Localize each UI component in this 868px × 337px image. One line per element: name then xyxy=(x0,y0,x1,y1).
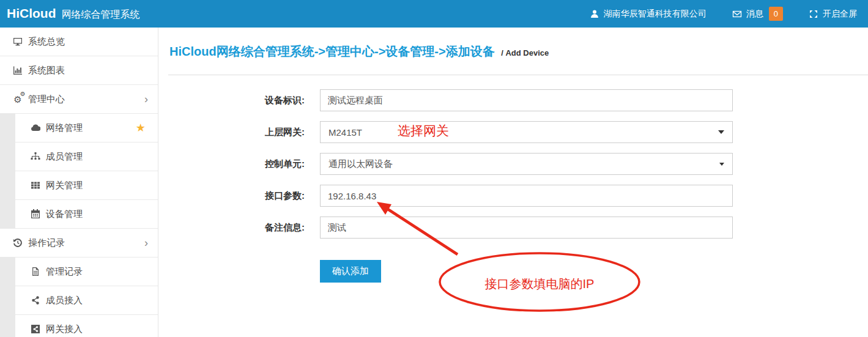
form-row-interface-params: 接口参数: xyxy=(158,185,733,207)
confirm-add-button[interactable]: 确认添加 xyxy=(320,260,381,283)
share-square-icon xyxy=(30,324,41,335)
control-unit-label: 控制单元: xyxy=(158,158,305,170)
fullscreen-button[interactable]: 开启全屏 xyxy=(809,9,857,20)
topbar: HiCloud 网络综合管理系统 湖南华辰智通科技有限公司 消息 0 开启全屏 xyxy=(0,0,868,28)
sitemap-icon xyxy=(30,151,41,162)
form-row-remark: 备注信息: xyxy=(158,217,733,239)
breadcrumb-suffix: / Add Device xyxy=(501,48,549,57)
chevron-right-icon: › xyxy=(144,94,148,105)
sidebar-item-label: 成员接入 xyxy=(46,295,83,306)
sidebar-item-label: 系统总览 xyxy=(28,36,65,48)
brand-name: HiCloud xyxy=(7,6,56,21)
app-logo: HiCloud 网络综合管理系统 xyxy=(7,6,139,21)
caret-down-icon xyxy=(719,163,724,166)
sidebar-item-label: 管理记录 xyxy=(46,266,83,278)
sidebar-item-system-charts[interactable]: 系统图表 xyxy=(0,56,158,85)
add-device-form: 设备标识: 上层网关: M2415T 控制单元: 通用以太网设备 接口参数: 备… xyxy=(158,89,733,283)
sidebar-item-label: 系统图表 xyxy=(28,65,65,76)
form-row-upper-gateway: 上层网关: M2415T xyxy=(158,121,733,143)
sidebar-item-system-overview[interactable]: 系统总览 xyxy=(0,28,158,56)
sidebar-item-gateway-management[interactable]: 网关管理 xyxy=(0,171,158,200)
desktop-icon xyxy=(12,36,23,47)
sidebar-item-admin-center[interactable]: ⚙⚙ 管理中心 › xyxy=(0,85,158,114)
user-icon xyxy=(590,9,599,19)
sidebar-item-label: 操作记录 xyxy=(28,237,65,249)
history-icon xyxy=(12,237,23,248)
sidebar-item-device-management[interactable]: 设备管理 xyxy=(0,200,158,229)
sidebar-item-label: 网关管理 xyxy=(46,180,83,191)
remark-label: 备注信息: xyxy=(158,222,305,234)
sidebar-item-network-management[interactable]: 网络管理 ★ xyxy=(0,114,158,143)
remark-input[interactable] xyxy=(320,217,733,239)
grid-icon xyxy=(30,180,41,191)
chevron-right-icon: › xyxy=(144,237,148,248)
interface-params-label: 接口参数: xyxy=(158,190,305,202)
upper-gateway-label: 上层网关: xyxy=(158,127,305,138)
sidebar-item-label: 网关接入 xyxy=(46,324,83,335)
bar-chart-icon xyxy=(12,65,23,76)
breadcrumb: HiCloud网络综合管理系统->管理中心->设备管理->添加设备 / Add … xyxy=(169,43,549,60)
form-row-control-unit: 控制单元: 通用以太网设备 xyxy=(158,153,733,175)
sidebar-item-operation-records[interactable]: 操作记录 › xyxy=(0,229,158,257)
upper-gateway-value: M2415T xyxy=(328,127,362,138)
sidebar-item-label: 网络管理 xyxy=(46,122,83,134)
company-name: 湖南华辰智通科技有限公司 xyxy=(604,9,707,20)
expand-icon xyxy=(809,9,818,19)
sidebar-item-label: 设备管理 xyxy=(46,209,83,220)
sidebar-item-gateway-access[interactable]: 网关接入 xyxy=(0,315,158,337)
sidebar-item-member-access[interactable]: 成员接入 xyxy=(0,286,158,315)
star-icon[interactable]: ★ xyxy=(136,122,146,133)
share-icon xyxy=(30,295,41,306)
envelope-icon xyxy=(732,9,742,19)
sidebar-item-admin-records[interactable]: 管理记录 xyxy=(0,257,158,286)
file-text-icon xyxy=(30,266,41,277)
sidebar-item-member-management[interactable]: 成员管理 xyxy=(0,143,158,171)
breadcrumb-path: HiCloud网络综合管理系统->管理中心->设备管理->添加设备 xyxy=(169,45,495,58)
header-divider xyxy=(168,75,868,75)
topbar-right: 湖南华辰智通科技有限公司 消息 0 开启全屏 xyxy=(590,7,857,21)
form-row-device-id: 设备标识: xyxy=(158,89,733,111)
calendar-icon xyxy=(30,209,41,220)
company-menu[interactable]: 湖南华辰智通科技有限公司 xyxy=(590,9,707,20)
fullscreen-label: 开启全屏 xyxy=(823,9,857,20)
sidebar-item-label: 成员管理 xyxy=(46,151,83,163)
upper-gateway-select[interactable]: M2415T xyxy=(320,121,733,143)
messages-label: 消息 xyxy=(746,9,763,20)
sidebar: 系统总览 系统图表 ⚙⚙ 管理中心 › 网络管理 ★ 成员管理 网关管理 xyxy=(0,28,158,337)
control-unit-value: 通用以太网设备 xyxy=(328,158,393,170)
messages-menu[interactable]: 消息 0 xyxy=(732,7,783,21)
main-content: HiCloud网络综合管理系统->管理中心->设备管理->添加设备 / Add … xyxy=(158,28,868,337)
device-id-input[interactable] xyxy=(320,89,733,111)
gears-icon: ⚙⚙ xyxy=(12,94,23,105)
brand-suffix: 网络综合管理系统 xyxy=(61,9,139,21)
control-unit-select[interactable]: 通用以太网设备 xyxy=(320,153,733,175)
interface-params-input[interactable] xyxy=(320,185,733,207)
caret-down-icon xyxy=(718,130,724,134)
cloud-icon xyxy=(30,122,41,133)
messages-count-badge: 0 xyxy=(769,7,783,21)
device-id-label: 设备标识: xyxy=(158,95,305,106)
sidebar-item-label: 管理中心 xyxy=(28,94,65,105)
